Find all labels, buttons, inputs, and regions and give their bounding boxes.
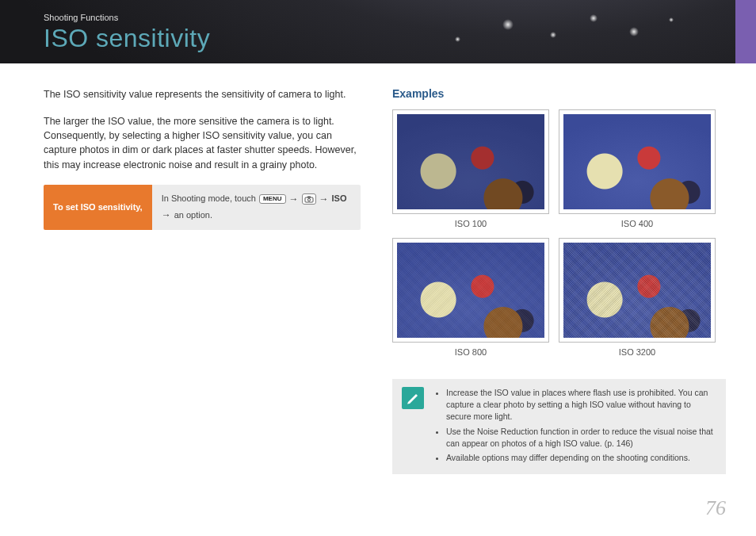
instruction-box: To set ISO sensitivity, In Shooting mode… xyxy=(44,185,361,231)
left-column: The ISO sensitivity value represents the… xyxy=(44,87,361,474)
photo-frame xyxy=(392,238,549,343)
tips-box: Increase the ISO value in places where f… xyxy=(392,379,726,474)
example-caption: ISO 3200 xyxy=(559,347,716,357)
content-area: The ISO sensitivity value represents the… xyxy=(0,63,756,474)
arrow-icon: → xyxy=(319,193,329,206)
svg-rect-1 xyxy=(307,196,311,197)
page-title: ISO sensitivity xyxy=(44,24,756,53)
tip-item: Available options may differ depending o… xyxy=(446,452,716,464)
example-photo xyxy=(563,243,711,338)
arrow-icon: → xyxy=(162,209,171,222)
example-photo xyxy=(563,114,711,209)
arrow-icon: → xyxy=(289,193,299,206)
page-header: Shooting Functions ISO sensitivity xyxy=(0,0,756,63)
instruction-prefix: In Shooting mode, touch xyxy=(162,193,256,205)
examples-grid: ISO 100 ISO 400 ISO 800 ISO 3200 xyxy=(392,109,726,357)
tip-item: Increase the ISO value in places where f… xyxy=(446,387,716,423)
camera-chip-icon xyxy=(302,193,316,205)
example-iso-800: ISO 800 xyxy=(392,238,549,357)
tip-item: Use the Noise Reduction function in orde… xyxy=(446,426,716,450)
example-iso-400: ISO 400 xyxy=(559,109,716,228)
breadcrumb: Shooting Functions xyxy=(44,13,756,22)
photo-frame xyxy=(559,238,716,343)
tips-list: Increase the ISO value in places where f… xyxy=(435,387,716,466)
menu-chip-icon: MENU xyxy=(259,194,286,204)
instruction-body: In Shooting mode, touch MENU → → ISO → a… xyxy=(152,185,361,231)
page-number: 76 xyxy=(705,496,726,520)
example-iso-100: ISO 100 xyxy=(392,109,549,228)
example-iso-3200: ISO 3200 xyxy=(559,238,716,357)
note-icon xyxy=(402,387,424,409)
instruction-suffix: an option. xyxy=(174,209,212,221)
example-caption: ISO 800 xyxy=(392,347,549,357)
iso-label: ISO xyxy=(332,193,347,205)
examples-heading: Examples xyxy=(392,87,726,100)
intro-paragraph-1: The ISO sensitivity value represents the… xyxy=(44,87,361,101)
example-photo xyxy=(397,243,544,338)
svg-point-2 xyxy=(307,198,310,201)
svg-rect-0 xyxy=(305,197,313,202)
instruction-label: To set ISO sensitivity, xyxy=(44,185,152,231)
example-caption: ISO 100 xyxy=(392,219,549,228)
photo-frame xyxy=(559,109,716,214)
right-column: Examples ISO 100 ISO 400 ISO 800 ISO 320… xyxy=(392,87,726,474)
intro-paragraph-2: The larger the ISO value, the more sensi… xyxy=(44,114,361,172)
photo-frame xyxy=(392,109,549,214)
example-caption: ISO 400 xyxy=(559,219,716,228)
example-photo xyxy=(397,114,544,209)
